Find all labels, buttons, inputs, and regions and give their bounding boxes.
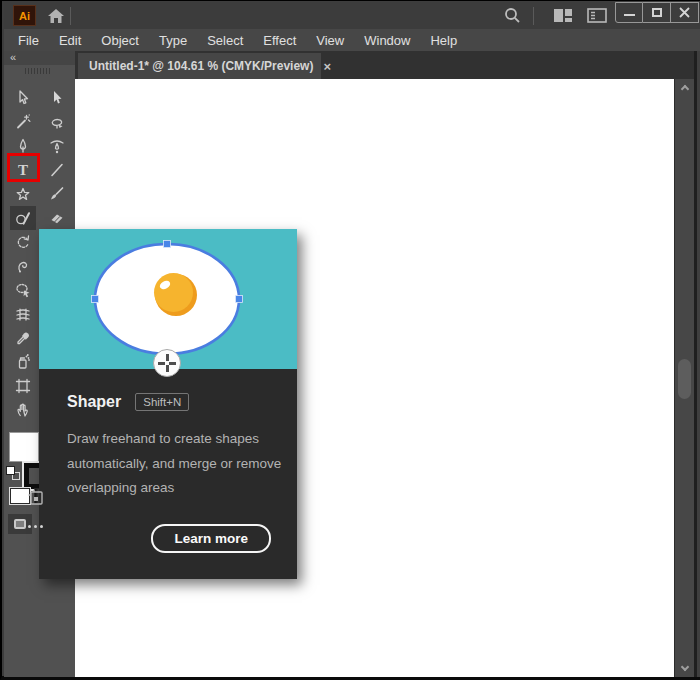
artboard-tool[interactable] <box>10 374 36 398</box>
shaper-tool-highlight <box>7 153 40 182</box>
vertical-scrollbar[interactable] <box>674 79 694 677</box>
egg-illustration <box>39 229 297 369</box>
line-segment-icon <box>49 162 65 178</box>
line-segment-tool[interactable] <box>44 158 70 182</box>
shape-builder-icon <box>15 282 31 298</box>
menu-effect[interactable]: Effect <box>253 33 306 48</box>
mesh-tool[interactable] <box>10 302 36 326</box>
shaper-cursor-icon <box>153 349 181 377</box>
shaper-tool[interactable] <box>10 206 36 230</box>
scroll-down-icon[interactable] <box>681 662 689 670</box>
scroll-up-icon[interactable] <box>681 84 689 92</box>
search-icon[interactable] <box>498 4 526 27</box>
learn-more-button[interactable]: Learn more <box>151 524 271 553</box>
home-icon[interactable] <box>44 5 68 26</box>
selection-icon <box>15 90 31 106</box>
close-button[interactable] <box>671 2 699 23</box>
star-icon <box>15 186 31 202</box>
symbol-sprayer-icon <box>15 354 31 370</box>
paintbrush-icon <box>49 186 65 202</box>
selection-tool[interactable] <box>10 86 36 110</box>
tooltip-panel: Shaper Shift+N Draw freehand to create s… <box>39 369 297 579</box>
direct-selection-tool[interactable] <box>44 86 70 110</box>
star-shape-tool[interactable] <box>10 182 36 206</box>
menu-file[interactable]: File <box>12 33 49 48</box>
tooltip-illustration <box>39 229 297 369</box>
toolbar-grip[interactable] <box>25 68 50 74</box>
eyedropper-tool[interactable] <box>10 326 36 350</box>
tooltip-description: Draw freehand to create shapes automatic… <box>67 427 292 501</box>
title-bar: Ai <box>4 2 700 29</box>
menu-view[interactable]: View <box>306 33 354 48</box>
paintbrush-tool[interactable] <box>44 182 70 206</box>
shaper-tooltip: Shaper Shift+N Draw freehand to create s… <box>39 229 297 579</box>
eraser-icon <box>49 210 65 226</box>
shaper-icon <box>15 210 31 226</box>
default-fill-stroke-icon[interactable] <box>6 466 21 481</box>
maximize-button[interactable] <box>643 2 671 23</box>
arrange-documents-icon[interactable] <box>583 6 611 25</box>
document-tab-label: Untitled-1* @ 104.61 % (CMYK/Preview) <box>89 59 313 73</box>
edit-toolbar-dots[interactable] <box>28 525 43 528</box>
menu-window[interactable]: Window <box>354 33 420 48</box>
lasso-icon <box>49 114 65 130</box>
shape-builder-tool[interactable] <box>10 278 36 302</box>
window-controls <box>615 2 699 23</box>
document-tab-bar: Untitled-1* @ 104.61 % (CMYK/Preview) × <box>75 51 700 79</box>
artboard-icon <box>15 378 31 394</box>
tooltip-title: Shaper <box>67 393 121 411</box>
titlebar-separator-2 <box>533 7 534 25</box>
menu-edit[interactable]: Edit <box>49 33 91 48</box>
eyedropper-icon <box>15 330 31 346</box>
scrollbar-thumb[interactable] <box>678 359 691 399</box>
menu-select[interactable]: Select <box>197 33 253 48</box>
draw-normal-mode-button[interactable] <box>8 514 32 534</box>
toolbar-collapse-button[interactable]: « <box>4 51 75 65</box>
pen-icon <box>15 138 31 154</box>
fill-color-swatch[interactable] <box>9 432 39 462</box>
symbol-sprayer-tool[interactable] <box>10 350 36 374</box>
illustrator-logo[interactable]: Ai <box>13 5 36 26</box>
tab-close-icon[interactable]: × <box>323 59 331 74</box>
minimize-button[interactable] <box>615 2 643 23</box>
curvature-tool[interactable] <box>44 134 70 158</box>
mesh-icon <box>15 306 31 322</box>
illustrator-window: Ai <box>0 0 700 680</box>
menu-object[interactable]: Object <box>91 33 149 48</box>
lasso-tool[interactable] <box>44 110 70 134</box>
warp-icon <box>15 258 31 274</box>
eraser-tool[interactable] <box>44 206 70 230</box>
hand-tool[interactable] <box>10 398 36 422</box>
menu-help[interactable]: Help <box>420 33 467 48</box>
menu-bar: File Edit Object Type Select Effect View… <box>4 29 700 51</box>
magic-wand-tool[interactable] <box>10 110 36 134</box>
titlebar-separator <box>70 7 71 25</box>
magic-wand-icon <box>15 114 31 130</box>
direct-selection-icon <box>49 90 65 106</box>
hand-icon <box>15 402 31 418</box>
menu-type[interactable]: Type <box>149 33 197 48</box>
rotate-icon <box>15 234 31 250</box>
document-tab[interactable]: Untitled-1* @ 104.61 % (CMYK/Preview) × <box>78 53 321 79</box>
rotate-tool[interactable] <box>10 230 36 254</box>
workspace-switcher-icon[interactable] <box>549 6 577 25</box>
screen-mode-icon[interactable] <box>27 488 44 510</box>
warp-tool[interactable] <box>10 254 36 278</box>
curvature-icon <box>49 138 65 154</box>
shortcut-badge: Shift+N <box>135 393 189 411</box>
